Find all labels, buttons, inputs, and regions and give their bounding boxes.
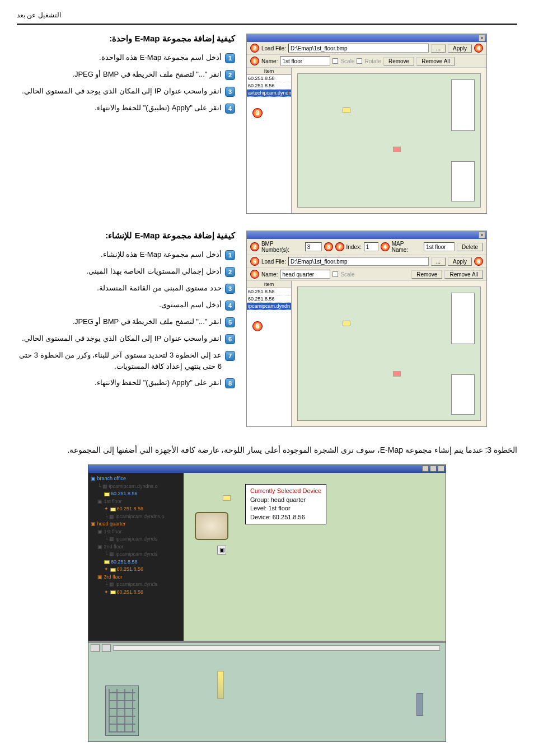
- tree-node[interactable]: ▣ 1st floor: [91, 498, 181, 506]
- maximize-icon[interactable]: [430, 466, 437, 472]
- browse-button[interactable]: ...: [431, 44, 446, 53]
- camera-icon[interactable]: [223, 495, 231, 501]
- remove-button[interactable]: Remove: [383, 57, 414, 65]
- tree-node[interactable]: 60.251.8.58: [91, 558, 181, 566]
- mapname-input[interactable]: [424, 242, 455, 251]
- callout-7: 7: [335, 242, 344, 251]
- tree-node[interactable]: ▣ 2nd floor: [91, 543, 181, 551]
- tree-node[interactable]: └ ▦ ipcamipcam.dynds: [91, 536, 181, 543]
- scale-label: Scale: [340, 271, 354, 278]
- scale-checkbox[interactable]: [332, 271, 338, 277]
- camera-icon[interactable]: [393, 371, 401, 377]
- load-file-input[interactable]: [288, 257, 429, 266]
- tree-node[interactable]: ▣ branch office: [91, 475, 181, 483]
- rotate-label: Rotate: [364, 58, 381, 64]
- slider-controls: [91, 644, 111, 652]
- camera-icon: [110, 590, 116, 594]
- browse-button[interactable]: ...: [431, 257, 446, 266]
- bmpnum-label: BMP Number(s):: [261, 241, 303, 253]
- floorplan-image: [297, 73, 481, 208]
- emap-building-dialog: × 2 BMP Number(s): 3 7 Index: 4 MAP Name…: [246, 231, 487, 427]
- callout-2: 2: [250, 242, 259, 251]
- level-marker-icon[interactable]: [416, 693, 423, 716]
- level-marker-icon[interactable]: [217, 671, 224, 699]
- callout-2: 2: [250, 44, 259, 53]
- list-item[interactable]: 60.251.8.56: [247, 295, 291, 303]
- camera-icon: [110, 568, 116, 572]
- name-input[interactable]: [280, 270, 330, 279]
- tree-node[interactable]: 60.251.8.56: [91, 490, 181, 498]
- close-icon[interactable]: ×: [479, 232, 485, 238]
- load-file-label: Load File:: [261, 259, 286, 265]
- building-pane[interactable]: [88, 641, 446, 741]
- rotate-checkbox[interactable]: [357, 58, 362, 64]
- step-item: 2 انقر "..." لتصفح ملف الخريطة في BMP أو…: [17, 69, 235, 80]
- close-icon[interactable]: [438, 466, 444, 472]
- tree-node[interactable]: └ ▦ ipcamipcam.dyndns.o: [91, 483, 181, 491]
- device-tree[interactable]: ▣ branch office └ ▦ ipcamipcam.dyndns.o …: [88, 473, 184, 641]
- item-header: Item: [247, 281, 291, 288]
- step-badge-7: 7: [225, 351, 235, 361]
- camera-icon[interactable]: [343, 107, 350, 113]
- camera-icon[interactable]: [343, 321, 350, 326]
- close-icon[interactable]: ×: [479, 35, 485, 41]
- section2-title: كيفية إضافة مجموعة E-Map للإنشاء:: [17, 231, 235, 241]
- step-badge-2: 2: [225, 267, 235, 277]
- tree-node[interactable]: └ ▦ ipcamipcam.dynds: [91, 581, 181, 589]
- selected-device-info: Currently Selected Device Group: head qu…: [245, 484, 326, 524]
- prev-button[interactable]: [91, 644, 100, 652]
- tree-node[interactable]: ✦ 60.251.8.56: [91, 589, 181, 597]
- tree-node[interactable]: ✦ 60.251.8.56: [91, 505, 181, 513]
- name-label: Name:: [261, 271, 278, 278]
- step-item: 4أدخل اسم المستوى.: [17, 299, 235, 311]
- camera-icon[interactable]: [393, 147, 401, 152]
- building-icon[interactable]: [105, 685, 139, 736]
- scrollbar[interactable]: [113, 645, 440, 651]
- header-divider: [17, 24, 517, 25]
- load-file-input[interactable]: [288, 44, 429, 53]
- remove-all-button[interactable]: Remove All: [416, 57, 455, 65]
- expand-icon[interactable]: ▣: [217, 546, 226, 555]
- scale-checkbox[interactable]: [332, 58, 338, 64]
- load-file-label: Load File:: [261, 45, 286, 51]
- step-text: انقر واسحب عنوان IP إلى المكان الذي يوجد…: [17, 86, 222, 97]
- floorplan-image: [297, 287, 481, 421]
- step-badge-5: 5: [225, 317, 235, 327]
- list-item[interactable]: avtechipcam.dyndns: [247, 90, 291, 97]
- tree-node[interactable]: ▣ 1st floor: [91, 528, 181, 536]
- list-item[interactable]: 60.251.8.58: [247, 288, 291, 295]
- tree-node[interactable]: ▣ 3rd floor: [91, 574, 181, 581]
- step-item: 6انقر واسحب عنوان IP إلى المكان الذي يوج…: [17, 333, 235, 344]
- tree-node[interactable]: └ ▦ ipcamipcam.dyndns.o: [91, 513, 181, 521]
- emap-single-dialog: × 2 Load File: ... Apply 4 1 Name: Scale…: [246, 34, 487, 214]
- list-item[interactable]: 60.251.8.56: [247, 82, 291, 90]
- index-select[interactable]: [364, 242, 378, 251]
- camera-icon: [110, 508, 116, 511]
- remove-button[interactable]: Remove: [411, 270, 442, 279]
- camera-icon: [104, 560, 110, 564]
- next-button[interactable]: [102, 644, 111, 652]
- minimize-icon[interactable]: [422, 466, 429, 472]
- tree-node[interactable]: ▣ head quarter: [91, 520, 181, 528]
- emap-viewer-window: ▣ branch office └ ▦ ipcamipcam.dyndns.o …: [88, 464, 446, 742]
- bmpnum-input[interactable]: [305, 242, 322, 251]
- remove-all-button[interactable]: Remove All: [444, 270, 483, 279]
- list-item[interactable]: ipcamipcam.dyndn: [247, 303, 291, 310]
- tree-node[interactable]: ✦ 60.251.8.56: [91, 566, 181, 574]
- step-text: أدخل اسم مجموعة E-Map هذه الواحدة.: [17, 52, 222, 63]
- list-item[interactable]: 60.251.8.58: [247, 75, 291, 82]
- name-input[interactable]: [280, 57, 330, 65]
- map-area[interactable]: [292, 68, 486, 213]
- apply-button[interactable]: Apply: [448, 257, 472, 266]
- step-badge-3: 3: [225, 284, 235, 294]
- step-badge-1: 1: [225, 53, 235, 63]
- step-item: 1 أدخل اسم مجموعة E-Map هذه الواحدة.: [17, 52, 235, 63]
- map-pane[interactable]: Currently Selected Device Group: head qu…: [184, 473, 446, 641]
- map-area[interactable]: [292, 281, 486, 426]
- step-item: 4 انقر على "Apply (تطبيق)" للحفظ والانته…: [17, 102, 235, 114]
- step-item: 8انقر على "Apply (تطبيق)" للحفظ والانتها…: [17, 377, 235, 388]
- callout-5: 5: [250, 257, 259, 266]
- apply-button[interactable]: Apply: [448, 44, 472, 53]
- tree-node[interactable]: └ ▦ ipcamipcam.dynds: [91, 551, 181, 558]
- delete-button[interactable]: Delete: [457, 243, 483, 251]
